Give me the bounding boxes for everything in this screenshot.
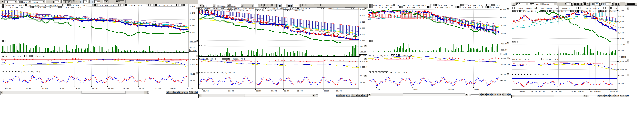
svg-text:Sep: Sep (559, 90, 562, 92)
svg-text:8,920: 8,920 (618, 21, 624, 23)
svg-text:8,800: 8,800 (501, 24, 506, 26)
svg-text:8,855.00: 8,855.00 (190, 58, 198, 61)
svg-text:8,840: 8,840 (190, 12, 195, 14)
svg-text:09/02: 09/02 (413, 88, 419, 90)
svg-text:Sep: Sep (377, 88, 380, 90)
svg-text:09/03: 09/03 (448, 88, 454, 90)
svg-text:9,100: 9,100 (501, 8, 506, 11)
svg-text:20:00: 20:00 (324, 90, 330, 92)
svg-text:8,890: 8,890 (190, 6, 195, 8)
svg-text:8,690: 8,690 (190, 31, 195, 33)
svg-text:12:00: 12:00 (297, 90, 303, 92)
svg-text:× 1000: × 1000 (618, 56, 626, 58)
svg-text:9,000: 9,000 (360, 15, 365, 17)
svg-text:30.00: 30.00 (360, 82, 365, 84)
svg-text:8,865.00: 8,865.00 (360, 66, 368, 68)
svg-text:35.00: 35.00 (190, 80, 195, 82)
svg-text:09/03: 09/03 (271, 90, 277, 92)
svg-text:20:00: 20:00 (123, 88, 129, 90)
svg-text:18:40: 18:40 (108, 88, 114, 90)
svg-text:8,650: 8,650 (360, 40, 365, 42)
svg-text:16:30: 16:30 (570, 90, 576, 92)
svg-text:8,880.00: 8,880.00 (501, 63, 510, 65)
svg-text:09/02: 09/02 (203, 90, 209, 92)
svg-text:21:20: 21:20 (139, 88, 144, 90)
svg-text:115.00: 115.00 (618, 43, 625, 46)
svg-text:45.00: 45.00 (618, 49, 624, 51)
svg-text:95.00: 95.00 (190, 47, 195, 49)
svg-text:01:20: 01:20 (187, 88, 193, 90)
svg-text:09/05: 09/05 (5, 88, 11, 90)
svg-text:700.00: 700.00 (501, 43, 508, 45)
svg-text:10:40: 10:40 (25, 88, 31, 90)
svg-text:09/06: 09/06 (170, 88, 176, 90)
svg-text:8,830: 8,830 (618, 26, 624, 28)
svg-text:09/03: 09/03 (596, 90, 601, 92)
svg-text:16:30: 16:30 (610, 90, 616, 92)
svg-text:8,825: 8,825 (360, 27, 365, 29)
svg-text:9,050.00: 9,050.00 (360, 60, 368, 62)
svg-text:180.00: 180.00 (360, 51, 366, 53)
svg-text:12:00: 12:00 (228, 90, 234, 92)
svg-text:8,915: 8,915 (360, 21, 365, 23)
svg-text:90.00: 90.00 (190, 73, 195, 75)
svg-text:× 100: × 100 (501, 53, 507, 55)
svg-text:240.00: 240.00 (190, 41, 196, 43)
svg-text:8,740: 8,740 (190, 25, 195, 27)
svg-text:09/02: 09/02 (578, 90, 584, 92)
svg-text:13:20: 13:20 (58, 88, 64, 90)
svg-text:17:20: 17:20 (92, 88, 98, 90)
svg-text:09/06: 09/06 (336, 90, 342, 92)
svg-text:× 100: × 100 (360, 54, 366, 57)
svg-text:8,650: 8,650 (501, 32, 506, 34)
svg-text:8,740: 8,740 (360, 33, 365, 35)
svg-text:22:40: 22:40 (155, 88, 161, 90)
svg-text:9,010: 9,010 (618, 15, 624, 17)
svg-text:40.00: 40.00 (501, 79, 506, 82)
svg-text:08/31: 08/31 (539, 90, 545, 92)
svg-text:8,765.00: 8,765.00 (190, 64, 198, 66)
svg-text:8,740: 8,740 (618, 32, 624, 34)
svg-text:95.00: 95.00 (618, 74, 624, 76)
svg-text:9,100: 9,100 (618, 10, 624, 12)
svg-text:8,650: 8,650 (618, 38, 624, 40)
svg-text:20:00: 20:00 (256, 90, 262, 92)
svg-text:14:40: 14:40 (74, 88, 80, 90)
svg-text:250.00: 250.00 (501, 49, 508, 51)
svg-text:× 100: × 100 (190, 49, 196, 52)
svg-text:12:00: 12:00 (42, 88, 48, 90)
svg-text:09/05: 09/05 (284, 90, 290, 92)
svg-text:08/30: 08/30 (520, 90, 525, 92)
svg-text:95.00: 95.00 (501, 73, 506, 76)
svg-text:16:30: 16:30 (551, 90, 557, 92)
svg-text:8,790: 8,790 (190, 18, 195, 20)
svg-text:09: 09 (616, 90, 618, 92)
svg-text:8,950: 8,950 (501, 16, 506, 18)
svg-text:09/06: 09/06 (474, 88, 480, 90)
svg-text:16:30: 16:30 (590, 90, 596, 92)
svg-text:8,945.00: 8,945.00 (618, 68, 627, 70)
svg-text:35.00: 35.00 (618, 82, 624, 84)
svg-text:8,980.00: 8,980.00 (618, 60, 627, 62)
svg-text:16:30: 16:30 (531, 90, 537, 92)
